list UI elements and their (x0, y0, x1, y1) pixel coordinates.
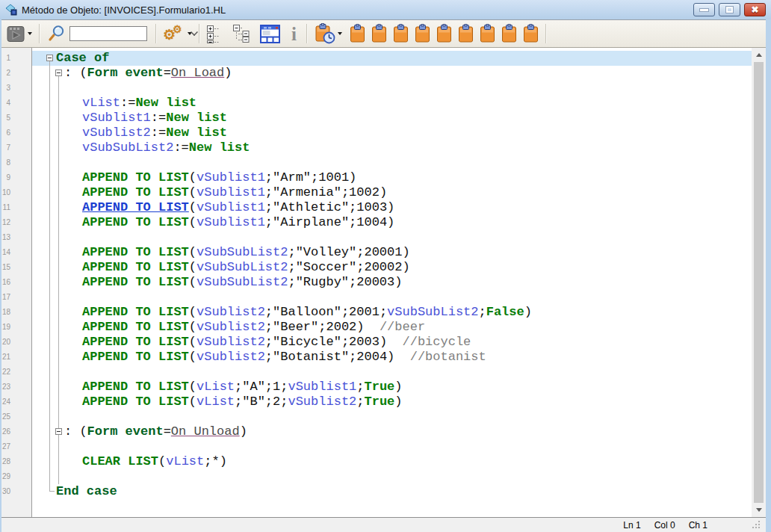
clipboard-button-5[interactable] (436, 24, 452, 43)
code-line[interactable]: 19APPEND TO LIST(vSublist2;"Beer";2002) … (1, 320, 752, 335)
code-cell[interactable] (32, 230, 752, 245)
line-number: 28 (1, 454, 32, 469)
code-line[interactable]: 27 (1, 439, 752, 454)
code-line[interactable]: 25 (1, 409, 752, 424)
code-cell[interactable] (32, 439, 752, 454)
expand-all-button[interactable] (206, 24, 223, 43)
object-method-icon (5, 4, 17, 16)
code-line[interactable]: 22 (1, 365, 752, 380)
code-line[interactable]: 13 (1, 230, 752, 245)
code-line[interactable]: 6vSublist2:=New list (1, 126, 752, 140)
code-line[interactable]: 16APPEND TO LIST(vSubSubList2;"Rugby";20… (1, 275, 752, 290)
code-line[interactable]: 26: (Form event=On Unload) (1, 424, 752, 439)
info-button[interactable]: i (291, 25, 297, 43)
code-cell[interactable]: APPEND TO LIST(vSublist1;"Arm";1001) (32, 170, 752, 185)
clipboard-button-7[interactable] (480, 24, 495, 43)
token-pl: = (164, 66, 171, 80)
code-line[interactable]: 30End case (1, 484, 752, 499)
code-cell[interactable]: APPEND TO LIST(vSublist1;"Armenia";1002) (32, 185, 752, 200)
code-line[interactable]: 29 (1, 469, 752, 484)
code-line[interactable]: 17 (1, 290, 752, 305)
code-cell[interactable]: End case (32, 484, 752, 499)
fold-guide (58, 200, 59, 215)
fold-toggle[interactable] (55, 69, 62, 76)
code-cell[interactable]: APPEND TO LIST(vSublist2;"Beer";2002) //… (32, 320, 752, 335)
code-line[interactable]: 11APPEND TO LIST(vSublist1;"Athletic";10… (1, 200, 752, 215)
code-cell[interactable]: APPEND TO LIST(vSublist1;"Airplane";1004… (32, 215, 752, 230)
code-area[interactable]: 1Case of2: (Form event=On Load)34vList:=… (1, 48, 752, 517)
token-link[interactable]: APPEND TO LIST (82, 200, 189, 214)
run-method-dropdown[interactable] (25, 32, 32, 35)
fold-toggle[interactable] (55, 428, 62, 435)
code-line[interactable]: 21APPEND TO LIST(vSublist2;"Botanist";20… (1, 350, 752, 365)
code-line[interactable]: 23APPEND TO LIST(vList;"A";1;vSublist1;T… (1, 380, 752, 395)
form-button[interactable] (260, 25, 280, 43)
run-method-button[interactable] (7, 25, 25, 43)
clipboard-button-8[interactable] (501, 24, 517, 43)
code-cell[interactable] (32, 469, 752, 484)
code-line[interactable]: 28CLEAR LIST(vList;*) (1, 454, 752, 469)
close-button[interactable]: ✖ (744, 3, 766, 16)
code-line[interactable]: 9APPEND TO LIST(vSublist1;"Arm";1001) (1, 170, 752, 185)
code-line[interactable]: 10APPEND TO LIST(vSublist1;"Armenia";100… (1, 185, 752, 200)
code-cell[interactable] (32, 290, 752, 305)
code-line[interactable]: 1Case of (1, 51, 752, 66)
code-cell[interactable]: APPEND TO LIST(vList;"A";1;vSublist1;Tru… (32, 380, 752, 395)
clipboard-button-9[interactable] (523, 24, 539, 43)
code-cell[interactable] (32, 155, 752, 170)
scroll-up-button[interactable] (752, 48, 766, 62)
code-line[interactable]: 4vList:=New list (1, 96, 752, 111)
code-cell[interactable] (32, 81, 752, 96)
code-cell[interactable]: APPEND TO LIST(vSublist2;"Balloon";2001;… (32, 305, 752, 320)
code-line[interactable]: 14APPEND TO LIST(vSubSubList2;"Volley";2… (1, 245, 752, 260)
clipboard-button-4[interactable] (415, 24, 430, 43)
code-text: End case (56, 484, 117, 499)
clipboard-button-1[interactable] (350, 24, 365, 43)
code-cell[interactable]: Case of (32, 51, 752, 66)
scrollbar-thumb[interactable] (754, 62, 764, 503)
code-line[interactable]: 24APPEND TO LIST(vList;"B";2;vSublist2;T… (1, 395, 752, 409)
search-combobox[interactable] (69, 26, 147, 41)
code-line[interactable]: 12APPEND TO LIST(vSublist1;"Airplane";10… (1, 215, 752, 230)
code-line[interactable]: 5vSublist1:=New list (1, 111, 752, 126)
code-line[interactable]: 8 (1, 155, 752, 170)
code-cell[interactable]: : (Form event=On Unload) (32, 424, 752, 439)
collapse-all-button[interactable] (232, 24, 252, 43)
paste-special-button[interactable] (315, 23, 335, 44)
vertical-scrollbar[interactable] (752, 48, 766, 517)
paste-special-dropdown[interactable] (335, 32, 342, 35)
collapse-all-icon (232, 24, 252, 43)
clipboard-button-6[interactable] (458, 24, 474, 43)
code-cell[interactable]: APPEND TO LIST(vList;"B";2;vSublist2;Tru… (32, 395, 752, 409)
fold-toggle[interactable] (46, 55, 53, 61)
code-line[interactable]: 20APPEND TO LIST(vSublist2;"Bicycle";200… (1, 335, 752, 350)
code-line[interactable]: 18APPEND TO LIST(vSublist2;"Balloon";200… (1, 305, 752, 320)
code-cell[interactable]: vSubSubList2:=New list (32, 140, 752, 155)
code-cell[interactable] (32, 409, 752, 424)
scroll-down-button[interactable] (752, 503, 766, 517)
code-cell[interactable]: APPEND TO LIST(vSublist2;"Botanist";2004… (32, 350, 752, 365)
maximize-button[interactable] (719, 3, 740, 16)
code-line[interactable]: 3 (1, 81, 752, 96)
code-line[interactable]: 7vSubSubList2:=New list (1, 140, 752, 155)
toolbar-separator (545, 24, 547, 43)
macros-button[interactable]: ⚙ ⚙ (163, 22, 185, 45)
minimize-button[interactable] (693, 3, 715, 16)
resize-grip[interactable] (758, 527, 760, 528)
code-cell[interactable]: CLEAR LIST(vList;*) (32, 454, 752, 469)
clipboard-button-3[interactable] (393, 24, 409, 43)
code-cell[interactable]: APPEND TO LIST(vSubSubList2;"Rugby";2000… (32, 275, 752, 290)
token-kw: Form event (87, 424, 164, 439)
code-cell[interactable]: vSublist2:=New list (32, 126, 752, 140)
code-line[interactable]: 2: (Form event=On Load) (1, 66, 752, 81)
code-cell[interactable]: vSublist1:=New list (32, 111, 752, 126)
code-cell[interactable]: APPEND TO LIST(vSublist2;"Bicycle";2003)… (32, 335, 752, 350)
code-cell[interactable]: APPEND TO LIST(vSubSubList2;"Volley";200… (32, 245, 752, 260)
code-cell[interactable]: APPEND TO LIST(vSubSubList2;"Soccer";200… (32, 260, 752, 275)
code-cell[interactable]: : (Form event=On Load) (32, 66, 752, 81)
code-line[interactable]: 15APPEND TO LIST(vSubSubList2;"Soccer";2… (1, 260, 752, 275)
code-cell[interactable] (32, 365, 752, 380)
code-cell[interactable]: vList:=New list (32, 96, 752, 111)
code-cell[interactable]: APPEND TO LIST(vSublist1;"Athletic";1003… (32, 200, 752, 215)
clipboard-button-2[interactable] (371, 24, 387, 43)
